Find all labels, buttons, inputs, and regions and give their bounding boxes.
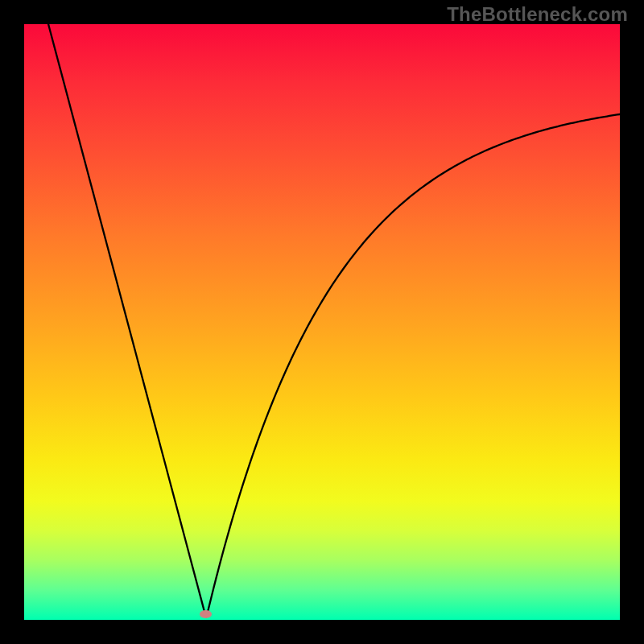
chart-frame: TheBottleneck.com	[0, 0, 644, 644]
bottleneck-curve	[24, 24, 620, 620]
plot-area	[24, 24, 620, 620]
watermark-text: TheBottleneck.com	[447, 3, 628, 26]
